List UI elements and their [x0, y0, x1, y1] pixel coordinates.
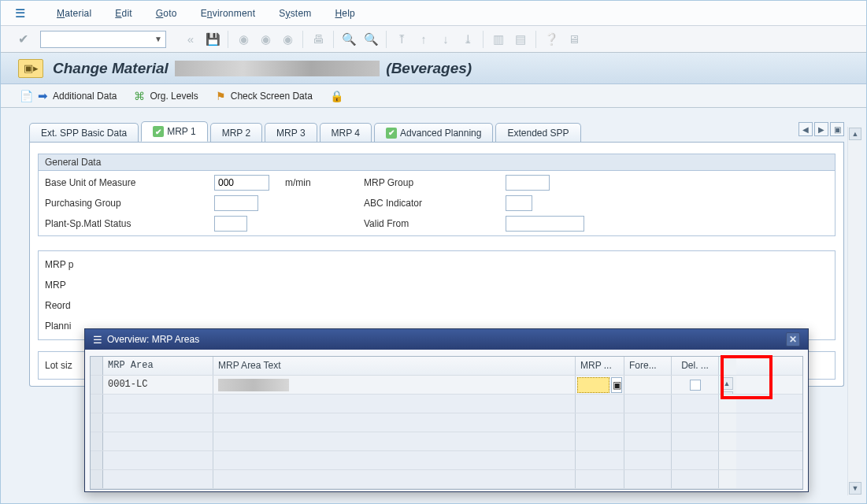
separator — [535, 31, 536, 48]
cell-mrp[interactable]: ▣ — [576, 376, 624, 394]
system-menu-icon[interactable]: ☰ — [15, 6, 25, 20]
lot-size-label: Lot siz — [45, 360, 72, 371]
new-session-icon[interactable]: ▥ — [490, 31, 507, 48]
app-toolbar: 📄 ➡ Additional Data ⌘ Org. Levels ⚑ Chec… — [1, 84, 866, 108]
table-row[interactable] — [91, 470, 802, 489]
org-levels-icon: ⌘ — [134, 90, 145, 102]
tab-mrp1[interactable]: ✔ MRP 1 — [141, 121, 207, 142]
layout-icon[interactable]: 🖥 — [565, 31, 582, 48]
title-bar: ▣▸ Change Material (Beverages) — [1, 53, 866, 84]
first-page-icon[interactable]: ⤒ — [393, 31, 410, 48]
combo-arrow-icon: ▼ — [154, 35, 162, 43]
last-page-icon[interactable]: ⤓ — [459, 31, 476, 48]
col-mrp[interactable]: MRP ... — [576, 357, 624, 375]
tab-mrp4[interactable]: MRP 4 — [320, 123, 372, 142]
separator — [333, 31, 334, 48]
table-row[interactable]: 0001-LC ▣ ▲ ▼ — [91, 376, 802, 395]
menu-material[interactable]: Material — [57, 8, 91, 19]
mrp-areas-dialog: ☰ Overview: MRP Areas ✕ MRP Area MRP Are… — [84, 328, 809, 492]
plant-status-input[interactable] — [214, 216, 247, 232]
menu-help[interactable]: Help — [335, 8, 355, 19]
check-screen-button[interactable]: ⚑ Check Screen Data — [216, 90, 313, 102]
views-icon[interactable]: ▣▸ — [18, 59, 43, 78]
tab-nav-left[interactable]: ◀ — [798, 122, 813, 136]
reorder-point-label: Reord — [45, 300, 71, 311]
mrp-group-input[interactable] — [506, 175, 550, 191]
table-row[interactable] — [91, 451, 802, 470]
org-levels-button[interactable]: ⌘ Org. Levels — [134, 90, 198, 102]
table-scroll-down[interactable]: ▼ — [721, 391, 733, 394]
cell-mrp-area-text[interactable] — [213, 376, 576, 394]
table-row[interactable] — [91, 432, 802, 451]
cancel-icon[interactable]: ◉ — [279, 31, 296, 48]
dialog-menu-icon[interactable]: ☰ — [93, 334, 102, 346]
cell-forecast[interactable] — [624, 376, 672, 394]
next-page-icon[interactable]: ↓ — [437, 31, 454, 48]
purchasing-group-label: Purchasing Group — [45, 198, 214, 209]
buom-label: Base Unit of Measure — [45, 177, 214, 188]
general-data-fields: Base Unit of Measure m/min MRP Group Pur… — [38, 171, 836, 236]
purchasing-group-input[interactable] — [214, 195, 258, 211]
col-forecast[interactable]: Fore... — [624, 357, 672, 375]
menu-system[interactable]: System — [279, 8, 311, 19]
mrp-value-input[interactable] — [577, 377, 609, 393]
chevron-back-icon[interactable]: « — [182, 31, 199, 48]
menu-environment[interactable]: Environment — [201, 8, 256, 19]
print-icon[interactable]: 🖶 — [309, 31, 327, 48]
col-scroll-head — [719, 357, 736, 375]
menu-goto[interactable]: Goto — [156, 8, 177, 19]
save-icon[interactable]: 💾 — [204, 31, 221, 48]
find-next-icon[interactable]: 🔍 — [362, 31, 380, 48]
table-row[interactable] — [91, 395, 802, 413]
buom-input[interactable] — [214, 175, 269, 191]
additional-data-button[interactable]: 📄 ➡ Additional Data — [20, 89, 117, 103]
col-delete[interactable]: Del. ... — [672, 357, 719, 375]
tab-ext-spp-basic[interactable]: Ext. SPP Basic Data — [29, 123, 139, 142]
arrow-right-icon: ➡ — [38, 89, 48, 103]
exit-icon[interactable]: ◉ — [257, 31, 274, 48]
abc-indicator-input[interactable] — [506, 195, 532, 211]
tab-check-icon: ✔ — [153, 126, 164, 137]
ok-icon[interactable]: ✔ — [15, 32, 31, 47]
menu-edit[interactable]: Edit — [115, 8, 132, 19]
col-mrp-area[interactable]: MRP Area — [103, 357, 213, 375]
tab-nav: ◀ ▶ ▣ — [798, 122, 844, 136]
table-scroll-up[interactable]: ▲ — [721, 377, 733, 390]
prev-page-icon[interactable]: ↑ — [415, 31, 432, 48]
separator — [228, 31, 228, 48]
scroll-down-icon[interactable]: ▼ — [849, 482, 861, 495]
back-icon[interactable]: ◉ — [235, 31, 252, 48]
row-selector[interactable] — [91, 376, 103, 394]
help-icon[interactable]: ❔ — [543, 31, 560, 48]
tab-nav-right[interactable]: ▶ — [814, 122, 828, 136]
transaction-combo[interactable]: ▼ — [40, 31, 166, 48]
content-scrollbar[interactable]: ▲ ▼ — [847, 127, 861, 495]
dialog-titlebar: ☰ Overview: MRP Areas ✕ — [85, 329, 808, 350]
delete-checkbox[interactable] — [690, 380, 701, 391]
menu-bar: ☰ Material Edit Goto Environment System … — [1, 1, 866, 26]
tab-mrp2[interactable]: MRP 2 — [210, 123, 262, 142]
org-levels-label: Org. Levels — [150, 91, 198, 102]
lock-button[interactable]: 🔒 — [330, 90, 343, 102]
col-mrp-area-text[interactable]: MRP Area Text — [213, 357, 576, 375]
row-selector-head[interactable] — [91, 357, 103, 375]
value-help-button[interactable]: ▣ — [611, 377, 622, 393]
valid-from-label: Valid From — [364, 218, 506, 229]
table-row[interactable] — [91, 413, 802, 432]
valid-from-input[interactable] — [506, 216, 584, 232]
title-suffix: (Beverages) — [382, 60, 472, 76]
separator — [386, 31, 387, 48]
tab-advanced-planning[interactable]: ✔ Advanced Planning — [374, 123, 493, 142]
redacted-text — [218, 379, 289, 391]
scroll-up-icon[interactable]: ▲ — [849, 128, 861, 140]
tab-mrp3[interactable]: MRP 3 — [265, 123, 317, 142]
dialog-close-button[interactable]: ✕ — [786, 332, 800, 346]
tab-extended-spp[interactable]: Extended SPP — [495, 123, 580, 142]
shortcut-icon[interactable]: ▤ — [512, 31, 529, 48]
cell-mrp-area[interactable]: 0001-LC — [103, 376, 213, 394]
cell-delete[interactable] — [672, 376, 719, 394]
separator — [483, 31, 484, 48]
tab-nav-list[interactable]: ▣ — [830, 122, 844, 136]
find-icon[interactable]: 🔍 — [340, 31, 358, 48]
mrp-procedure-section: MRP p MRP Reord Planni — [38, 250, 836, 340]
